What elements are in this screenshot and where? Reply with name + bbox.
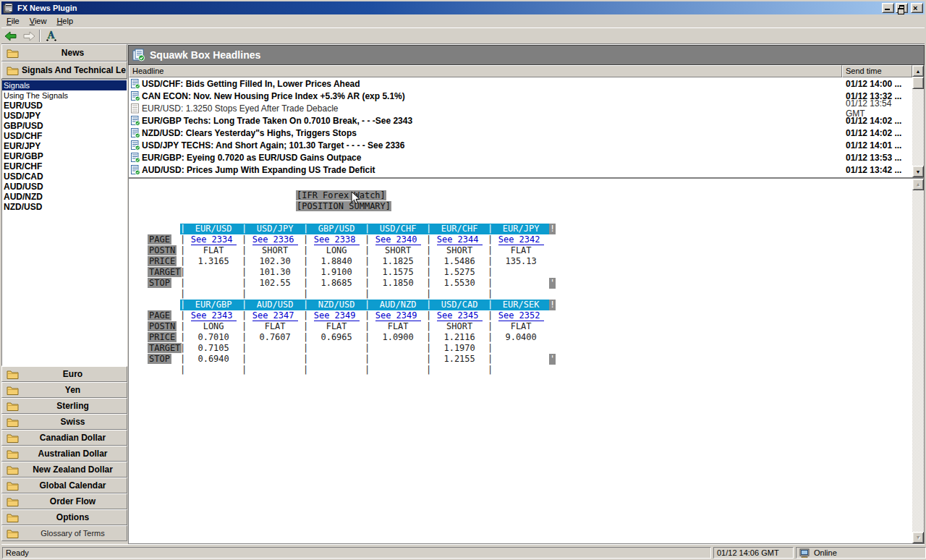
back-button[interactable] — [1, 28, 20, 43]
column-header-headline[interactable]: Headline — [129, 65, 842, 77]
headline-row[interactable]: EUR/GBP Techs: Long Trade Taken On 0.701… — [129, 114, 912, 127]
target-value: 1.9100 — [308, 267, 365, 278]
news-check-icon — [131, 128, 140, 138]
sidebar-item-new-zealand-dollar[interactable]: New Zealand Dollar — [1, 462, 127, 478]
page-link[interactable]: See 2336 — [252, 234, 298, 245]
column-header-send-time[interactable]: Send time — [842, 65, 912, 77]
headline-text: CAN ECON: Nov. New Housing Price Index +… — [142, 91, 842, 101]
headline-row[interactable]: USD/JPY TECHS: And Short Again; 101.30 T… — [129, 139, 912, 151]
postn-row: FLAT SHORT LONG SHORT SHORT FLAT — [180, 245, 549, 256]
sidebar-item-australian-dollar[interactable]: Australian Dollar — [1, 446, 127, 462]
page-link[interactable]: See 2345 — [437, 310, 483, 321]
fonts-button[interactable]: A — [42, 28, 60, 43]
menu-file[interactable]: File — [1, 15, 25, 27]
minimize-button[interactable] — [882, 3, 894, 13]
sidebar-item-signals-section[interactable]: Signals And Technical Le — [1, 61, 127, 79]
sidebar-item-canadian-dollar[interactable]: Canadian Dollar — [1, 430, 127, 446]
list-item-using-the-signals[interactable]: Using The Signals — [2, 90, 127, 101]
sidebar-bottom-sections: Euro Yen Sterling Swiss Canadian Dollar … — [1, 366, 127, 541]
scrollbar-thumb[interactable] — [912, 77, 924, 89]
title-bar[interactable]: FX News Plugin × — [1, 1, 925, 14]
pair-header: USD/CHF — [370, 224, 426, 234]
menu-help[interactable]: Help — [51, 15, 78, 27]
postn-value: FLAT — [493, 245, 549, 256]
list-item-signals[interactable]: Signals — [2, 80, 127, 90]
list-item-eurjpy[interactable]: EUR/JPY — [2, 141, 127, 151]
headline-row[interactable]: AUD/USD: Prices Jump With Expanding US T… — [129, 164, 912, 176]
folder-icon — [7, 370, 19, 379]
sidebar-item-swiss[interactable]: Swiss — [1, 414, 127, 430]
headline-row[interactable]: USD/CHF: Bids Getting Filled In, Lower P… — [129, 77, 912, 90]
page-link[interactable]: See 2343 — [191, 310, 237, 321]
list-item-usdcad[interactable]: USD/CAD — [2, 171, 127, 182]
headline-text: EUR/GBP: Eyeing 0.7020 as EUR/USD Gains … — [142, 153, 842, 163]
page-link[interactable]: See 2334 — [191, 234, 237, 245]
scroll-down-button[interactable]: ▼ — [912, 166, 924, 177]
sidebar-item-news[interactable]: News — [1, 44, 127, 61]
headline-row[interactable]: EUR/USD: 1.3250 Stops Eyed After Trade D… — [129, 102, 912, 114]
list-item-usdchf[interactable]: USD/CHF — [2, 131, 127, 141]
list-item-audnzd[interactable]: AUD/NZD — [2, 192, 127, 202]
headline-time: 01/12 13:53 ... — [842, 153, 912, 163]
page-link[interactable]: See 2347 — [252, 310, 298, 321]
headline-row[interactable]: EUR/GBP: Eyeing 0.7020 as EUR/USD Gains … — [129, 151, 912, 164]
list-item-eurusd[interactable]: EUR/USD — [2, 101, 127, 111]
folder-icon — [7, 402, 19, 411]
ifr-title-line: [IFR Forex Watch] — [296, 190, 386, 200]
sidebar-item-sterling[interactable]: Sterling — [1, 398, 127, 414]
forward-button[interactable] — [20, 28, 38, 43]
pair-header: USD/JPY — [247, 224, 303, 234]
menu-view[interactable]: View — [25, 15, 52, 27]
squawk-news-icon — [132, 48, 145, 61]
target-value: 1.1970 — [431, 343, 488, 354]
page-link[interactable]: See 2342 — [498, 234, 544, 245]
price-row: 1.3165 102.30 1.8840 1.1825 1.5486 135.1… — [180, 256, 549, 267]
toolbar-separator — [39, 30, 41, 42]
scroll-down-button[interactable]: ▼ — [912, 532, 924, 543]
folder-icon — [7, 386, 19, 395]
list-item-eurchf[interactable]: EUR/CHF — [2, 161, 127, 171]
sidebar-item-yen[interactable]: Yen — [1, 382, 127, 398]
list-item-nzdusd[interactable]: NZD/USD — [2, 202, 127, 212]
sidebar-item-label: Order Flow — [19, 496, 127, 506]
postn-value: FLAT — [370, 321, 426, 332]
scrollbar-track[interactable] — [912, 179, 924, 543]
sidebar-item-glossary-of-terms[interactable]: Glossary of Terms — [1, 525, 127, 541]
restore-button[interactable] — [896, 3, 908, 13]
page-link[interactable]: See 2340 — [375, 234, 421, 245]
row-label-price: PRICE — [148, 332, 177, 342]
close-button[interactable]: × — [911, 3, 923, 13]
squawk-box-header: Squawk Box Headlines — [128, 45, 925, 65]
sidebar-item-order-flow[interactable]: Order Flow — [1, 493, 127, 509]
page-link[interactable]: See 2349 — [375, 310, 421, 321]
row-label-price: PRICE — [148, 256, 177, 266]
headline-time: 01/12 14:02 ... — [842, 128, 912, 138]
pair-header: GBP/USD — [308, 224, 365, 234]
sidebar-item-euro[interactable]: Euro — [1, 366, 127, 382]
news-check-icon — [131, 79, 140, 89]
scroll-up-button[interactable]: ▲ — [912, 65, 924, 77]
folder-icon — [7, 48, 19, 58]
headline-row[interactable]: NZD/USD: Clears Yesterday"s Highs, Trigg… — [129, 127, 912, 139]
page-link[interactable]: See 2338 — [314, 234, 360, 245]
sidebar: News Signals And Technical Le Signals Us… — [1, 44, 127, 544]
sidebar-item-options[interactable]: Options — [1, 509, 127, 525]
sidebar-item-global-calendar[interactable]: Global Calendar — [1, 478, 127, 493]
list-item-audusd[interactable]: AUD/USD — [2, 182, 127, 192]
fx-news-plugin-window: { "window": { "title": "FX News Plugin" … — [0, 0, 926, 560]
scroll-up-button[interactable]: ▲ — [912, 179, 924, 190]
headline-row[interactable]: CAN ECON: Nov. New Housing Price Index +… — [129, 90, 912, 102]
headline-text: USD/JPY TECHS: And Short Again; 101.30 T… — [142, 140, 842, 150]
page-link[interactable]: See 2352 — [498, 310, 544, 321]
headline-text: NZD/USD: Clears Yesterday"s Highs, Trigg… — [142, 128, 842, 138]
list-item-eurgbp[interactable]: EUR/GBP — [2, 151, 127, 161]
position-summary-pane: [IFR Forex Watch] [POSITION SUMMARY] EUR… — [128, 178, 925, 544]
pair-header: EUR/CHF — [431, 224, 488, 234]
headline-time: 01/12 14:00 ... — [842, 79, 912, 89]
list-item-usdjpy[interactable]: USD/JPY — [2, 111, 127, 121]
page-link[interactable]: See 2344 — [437, 234, 483, 245]
page-row: See 2334 See 2336 See 2338 See 2340 See … — [180, 234, 549, 245]
page-link[interactable]: See 2349 — [314, 310, 360, 321]
list-item-gbpusd[interactable]: GBP/USD — [2, 121, 127, 131]
status-bar: Ready 01/12 14:06 GMT Online — [1, 544, 925, 559]
